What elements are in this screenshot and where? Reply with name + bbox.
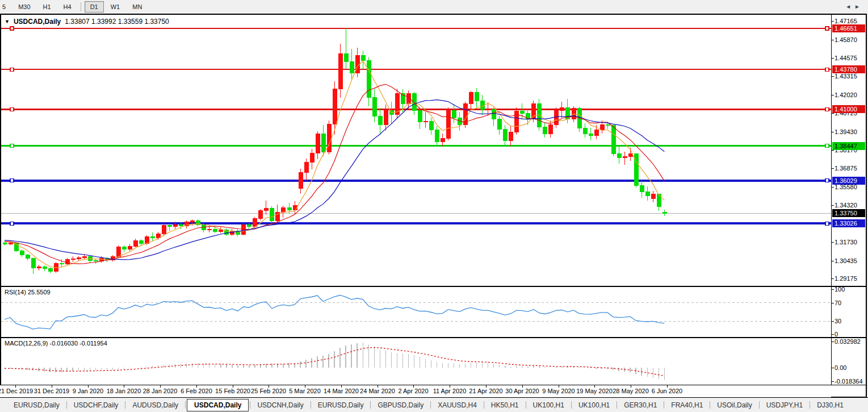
chart-tab-hk50-h1[interactable]: HK50,H1	[485, 399, 525, 411]
candle-body-bear	[378, 116, 382, 124]
candle-body-bear	[418, 110, 422, 122]
macd-indicator-pane[interactable]	[1, 338, 831, 385]
date-axis-label[interactable]: 15 Feb 2020	[215, 388, 250, 394]
hline-handle[interactable]	[10, 68, 14, 71]
date-axis-label[interactable]: 25 Feb 2020	[251, 388, 286, 394]
hline-handle[interactable]	[10, 27, 14, 30]
price-axis-badge: 1.33750	[832, 209, 865, 217]
price-axis-tick	[831, 21, 834, 22]
chart-tab-usoil-daily[interactable]: USOil,Daily	[711, 399, 757, 411]
candle-body-bull	[208, 229, 212, 230]
timeframe-toolbar: 5M30H1H4D1W1MN	[0, 0, 868, 14]
chevron-down-icon[interactable]: ▼	[5, 19, 10, 24]
candle-body-bull	[174, 225, 178, 227]
tab-separator	[664, 401, 664, 409]
chart-tab-usdcnh-daily[interactable]: USDCNH,Daily	[251, 399, 309, 411]
chart-tab-fra40-h1[interactable]: FRA40,H1	[665, 399, 708, 411]
chart-tab-uk100-h1[interactable]: UK100,H1	[527, 399, 570, 411]
hline-handle[interactable]	[10, 222, 14, 225]
chart-tab-audusd-daily[interactable]: AUDUSD,Daily	[127, 399, 184, 411]
hline-handle[interactable]	[825, 107, 829, 111]
date-axis-label[interactable]: 18 Jan 2020	[107, 388, 141, 394]
chart-tab-usdjpy-h1[interactable]: USDJPY,H1	[761, 399, 808, 411]
chart-tab-xauusd-h4[interactable]: XAUUSD,H4	[432, 399, 483, 411]
candle-body-bull	[293, 206, 297, 210]
candle-body-bull	[509, 132, 513, 140]
candle-body-bull	[327, 124, 331, 152]
candle-body-bear	[344, 54, 348, 62]
candlestick-chart[interactable]	[1, 15, 831, 286]
hline-handle[interactable]	[825, 68, 829, 71]
toolbar-separator	[81, 2, 81, 11]
date-axis-label[interactable]: 5 Mar 2020	[289, 388, 321, 394]
date-axis-label[interactable]: 24 Mar 2020	[360, 388, 395, 394]
chart-title[interactable]: ▼ USDCAD,Daily 1.33807 1.33992 1.33559 1…	[5, 18, 169, 26]
timeframe-button-mn[interactable]: MN	[127, 1, 148, 13]
candle-body-bear	[122, 247, 126, 249]
hline-handle[interactable]	[825, 179, 829, 182]
candle-body-bear	[179, 225, 183, 226]
timeframe-button-5[interactable]: 5	[1, 1, 11, 13]
date-axis-label[interactable]: 2 Apr 2020	[398, 388, 428, 394]
candle-body-bull	[265, 209, 269, 211]
candle-body-bull	[423, 121, 427, 122]
chart-tab-gbpusd-daily[interactable]: GBPUSD,Daily	[372, 399, 429, 411]
date-axis-label[interactable]: 28 May 2020	[613, 388, 649, 394]
candle-body-bull	[651, 194, 655, 199]
date-axis-label[interactable]: 9 Jan 2020	[73, 388, 103, 394]
tab-separator	[810, 401, 810, 409]
timeframe-button-m30[interactable]: M30	[12, 1, 36, 13]
rsi-line	[5, 296, 664, 330]
price-axis-label: 1.30435	[835, 257, 857, 264]
chart-tab-eurusd-daily[interactable]: EURUSD,Daily	[8, 399, 65, 411]
chart-tab-eurusd-daily[interactable]: EURUSD,Daily	[312, 399, 370, 411]
candle-body-bear	[3, 243, 7, 244]
candle-body-bull	[133, 241, 137, 247]
timeframe-button-d1[interactable]: D1	[85, 1, 104, 13]
timeframe-button-w1[interactable]: W1	[105, 1, 126, 13]
tab-scroll-left-icon[interactable]: ◄	[845, 3, 854, 10]
chart-tab-uk100-h1[interactable]: UK100,H1	[573, 399, 615, 411]
timeframe-button-h1[interactable]: H1	[37, 1, 57, 13]
price-axis-label: 1.45870	[835, 36, 857, 43]
price-axis-tick	[831, 278, 834, 279]
date-axis-label[interactable]: 21 Apr 2020	[469, 388, 502, 394]
tab-separator	[571, 401, 572, 409]
hline-handle[interactable]	[10, 107, 14, 111]
candle-body-bull	[71, 259, 75, 260]
hline-handle[interactable]	[825, 144, 829, 148]
tab-separator	[710, 401, 710, 409]
hline-handle[interactable]	[825, 222, 829, 225]
date-axis: 21 Dec 201931 Dec 20199 Jan 202018 Jan 2…	[0, 385, 831, 397]
date-axis-label[interactable]: 28 Jan 2020	[143, 388, 178, 394]
rsi-indicator-pane[interactable]	[1, 287, 831, 337]
date-axis-label[interactable]: 14 Mar 2020	[324, 388, 359, 394]
price-axis-tick	[831, 58, 834, 59]
candle-body-bear	[475, 93, 479, 101]
price-axis-badge: 1.41000	[832, 105, 865, 113]
date-axis-label[interactable]: 11 Apr 2020	[433, 388, 467, 394]
date-axis-label[interactable]: 6 Jun 2020	[652, 388, 682, 394]
date-axis-label[interactable]: 9 May 2020	[542, 388, 575, 394]
hline-handle[interactable]	[10, 144, 14, 148]
tab-scroll-right-icon[interactable]: ►	[854, 3, 863, 10]
hline-handle[interactable]	[10, 179, 14, 182]
chart-tab-usdchf-daily[interactable]: USDCHF,Daily	[68, 399, 124, 411]
timeframe-button-h4[interactable]: H4	[58, 1, 77, 13]
hline-handle[interactable]	[825, 27, 829, 30]
candle-body-bear	[321, 134, 325, 152]
date-axis-label[interactable]: 30 Apr 2020	[505, 388, 539, 394]
tab-scroll-arrows[interactable]: ◄►	[845, 3, 863, 10]
candle-body-bull	[333, 89, 337, 124]
date-axis-label[interactable]: 19 May 2020	[576, 388, 613, 394]
chart-tab-ger30-h1[interactable]: GER30,H1	[618, 399, 662, 411]
chart-tab-usdcad-daily[interactable]: USDCAD,Daily	[187, 399, 249, 411]
chart-tab-dj30-h1[interactable]: DJ30,H1	[811, 399, 849, 411]
date-axis-label[interactable]: 21 Dec 2019	[0, 388, 33, 394]
tab-separator	[185, 401, 186, 409]
date-axis-label[interactable]: 6 Feb 2020	[181, 388, 212, 394]
candle-body-bull	[594, 130, 598, 135]
date-axis-label[interactable]: 31 Dec 2019	[34, 388, 69, 394]
price-axis-tick	[831, 150, 834, 151]
candle-body-bull	[282, 208, 286, 213]
